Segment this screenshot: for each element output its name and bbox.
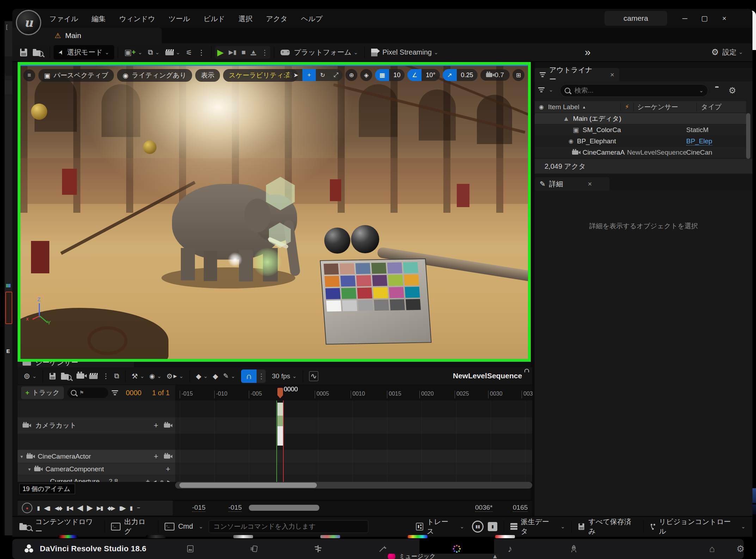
sequencer-settings-dropdown[interactable]: ⚒⌄ bbox=[129, 371, 147, 382]
outliner-row-elephant[interactable]: ◉ BP_Elephant bbox=[535, 136, 746, 147]
maximize-button[interactable]: ▢ bbox=[695, 12, 714, 25]
editor-modes-button[interactable]: ⚟ bbox=[183, 46, 195, 58]
set-start-button[interactable]: ▮ bbox=[37, 505, 39, 511]
camera-speed-control[interactable]: 0.7 bbox=[480, 69, 510, 81]
content-drawer-button[interactable]: コンテンツドロワー bbox=[19, 517, 98, 536]
sequencer-bolt-icon[interactable]: ⚡ bbox=[620, 103, 633, 111]
camera-lock-icon[interactable] bbox=[164, 454, 170, 459]
outliner-search-input[interactable] bbox=[574, 86, 693, 95]
prev-key-icon[interactable]: ◀ bbox=[153, 479, 156, 482]
move-tool[interactable]: + bbox=[302, 69, 316, 81]
close-icon[interactable]: × bbox=[588, 180, 592, 188]
music-popup-clipped[interactable]: ミュージック ▲ bbox=[384, 554, 499, 559]
add-key-button[interactable]: + bbox=[166, 465, 170, 474]
jump-to-end-button[interactable]: ▮▶ bbox=[119, 505, 125, 511]
track-filter-icon[interactable] bbox=[112, 389, 118, 396]
menu-tools[interactable]: ツール bbox=[168, 14, 190, 24]
range-end-field[interactable]: 0165 bbox=[513, 504, 528, 512]
world-space-toggle[interactable]: ⊕ bbox=[345, 69, 357, 81]
tab-outliner[interactable]: アウトライナー × bbox=[535, 68, 619, 81]
resolve-settings-button[interactable]: ⚙ bbox=[733, 542, 748, 555]
toolbar-options-kebab[interactable]: ⋮ bbox=[195, 46, 208, 58]
create-camera-button[interactable] bbox=[74, 372, 87, 380]
scale-snap-value[interactable]: 0.25 bbox=[457, 69, 478, 81]
menu-build[interactable]: ビルド bbox=[203, 14, 225, 24]
scale-tool[interactable]: ⤢ bbox=[329, 69, 343, 81]
playhead-marker[interactable] bbox=[277, 388, 283, 398]
resolve-page-media[interactable] bbox=[183, 542, 197, 555]
screenshot-button[interactable]: ▮ bbox=[488, 522, 497, 531]
playback-scrollbar-thumb[interactable] bbox=[249, 505, 319, 511]
add-track-button[interactable]: + トラック bbox=[21, 386, 64, 399]
track-cine-camera-actor[interactable]: ▾ CineCameraActor + bbox=[18, 450, 175, 463]
row-type-link[interactable]: BP_Elep bbox=[686, 137, 712, 145]
unreal-logo[interactable]: u bbox=[16, 10, 41, 35]
current-frame-field[interactable]: 0000 bbox=[126, 389, 142, 397]
resolve-page-cut[interactable] bbox=[247, 542, 261, 555]
console-command-input[interactable] bbox=[209, 520, 368, 533]
menu-file[interactable]: ファイル bbox=[49, 14, 78, 24]
auto-key-button[interactable]: ◆ bbox=[210, 371, 221, 382]
rotation-snap-toggle[interactable]: ∠ bbox=[407, 69, 422, 81]
step-back-button[interactable]: ▮◀ bbox=[67, 505, 73, 511]
add-camera-cut-button[interactable]: + bbox=[154, 421, 158, 430]
outliner-filter-button[interactable]: ⌄ bbox=[538, 86, 553, 93]
set-end-button[interactable]: ▮ bbox=[130, 505, 132, 511]
menu-select[interactable]: 選択 bbox=[239, 14, 253, 24]
range-scrollbar-thumb[interactable] bbox=[179, 483, 317, 488]
resolve-page-color[interactable] bbox=[450, 542, 464, 555]
menu-actor[interactable]: アクタ bbox=[266, 14, 288, 24]
resolve-home-button[interactable]: ⌂ bbox=[705, 542, 719, 555]
loop-minus-button[interactable]: − bbox=[137, 505, 139, 511]
output-log-button[interactable]: ›_ 出力ログ bbox=[111, 517, 152, 536]
resolve-page-fairlight[interactable]: ♪ bbox=[503, 542, 517, 555]
viewport-menu-burger[interactable]: ≡ bbox=[23, 69, 35, 81]
working-range-end-field[interactable]: 0036* bbox=[475, 504, 493, 512]
visibility-eye-icon[interactable]: ◉ bbox=[535, 104, 548, 110]
close-icon[interactable]: × bbox=[610, 71, 614, 79]
sequencer-timeline-ruler[interactable]: -015 -010 -005 0005 0010 0015 0020 0025 … bbox=[175, 385, 532, 400]
track-camera-cuts[interactable]: カメラカット + bbox=[18, 417, 175, 434]
cinematics-button[interactable]: ⌄ bbox=[162, 48, 183, 57]
play-options-kebab[interactable]: ⋮ bbox=[261, 48, 268, 57]
jump-to-start-button[interactable]: ◀▮ bbox=[44, 505, 50, 511]
column-sequencer[interactable]: シーケンサー bbox=[633, 103, 696, 112]
track-camera-component[interactable]: ▾ CameraComponent + bbox=[18, 463, 175, 475]
select-tool[interactable]: ➤ bbox=[289, 69, 302, 81]
snap-options-kebab[interactable]: ⋮ bbox=[257, 369, 266, 383]
play-button[interactable]: ▶ bbox=[217, 48, 223, 57]
browse-sequence-button[interactable] bbox=[59, 371, 74, 382]
playback-options-dropdown[interactable]: ⚙▶⌄ bbox=[164, 371, 186, 382]
menu-help[interactable]: ヘルプ bbox=[301, 14, 322, 24]
view-mode-dropdown[interactable]: ◉ライティングあり bbox=[117, 69, 192, 82]
surface-snap-toggle[interactable]: ◈ bbox=[360, 69, 372, 81]
record-button[interactable]: ● bbox=[22, 503, 32, 513]
grid-snap-value[interactable]: 10 bbox=[389, 69, 405, 81]
add-actor-button[interactable]: ▣+⌄ bbox=[122, 46, 145, 59]
derived-data-dropdown[interactable]: 派生データ ⌄ bbox=[510, 517, 565, 536]
scalability-warning-pill[interactable]: スケーラビリティ:高 bbox=[223, 69, 297, 82]
add-actor-to-sequencer-button[interactable]: ⧉ bbox=[112, 371, 122, 381]
render-options-kebab[interactable]: ⋮ bbox=[100, 371, 112, 381]
level-viewport[interactable]: ≡ ▣パースペクティブ ◉ライティングあり 表示 スケーラビリティ:高 ➤ + … bbox=[18, 62, 531, 362]
scale-snap-toggle[interactable]: ↗ bbox=[443, 69, 457, 81]
add-key-button[interactable]: + bbox=[146, 478, 150, 482]
content-browser-button[interactable] bbox=[30, 46, 46, 58]
view-start-field[interactable]: -015 bbox=[228, 504, 242, 512]
close-button[interactable]: × bbox=[714, 12, 734, 25]
tab-details[interactable]: ✎ 詳細 × bbox=[535, 177, 609, 191]
revision-control-dropdown[interactable]: リビジョンコントロール ⌄ bbox=[650, 517, 745, 536]
play-reverse-button[interactable]: ◀ bbox=[77, 503, 82, 513]
eject-button[interactable]: ▲ bbox=[251, 49, 256, 55]
add-track-button[interactable]: + bbox=[154, 452, 158, 461]
expand-arrow-icon[interactable]: ▾ bbox=[28, 466, 31, 472]
platforms-dropdown[interactable]: プラットフォーム⌄ bbox=[278, 46, 361, 59]
outliner-row-main[interactable]: ▲ Main (エディタ) bbox=[535, 113, 746, 124]
toolbar-overflow-button[interactable]: » bbox=[585, 46, 591, 58]
stop-button[interactable]: ■ bbox=[241, 48, 246, 56]
resolve-page-fusion[interactable] bbox=[375, 542, 389, 555]
resolve-page-edit[interactable] bbox=[311, 542, 325, 555]
next-key-button[interactable]: ◆▶ bbox=[107, 505, 115, 511]
minimize-button[interactable]: ─ bbox=[675, 12, 695, 25]
view-options-dropdown[interactable]: ◉⌄ bbox=[147, 371, 164, 381]
